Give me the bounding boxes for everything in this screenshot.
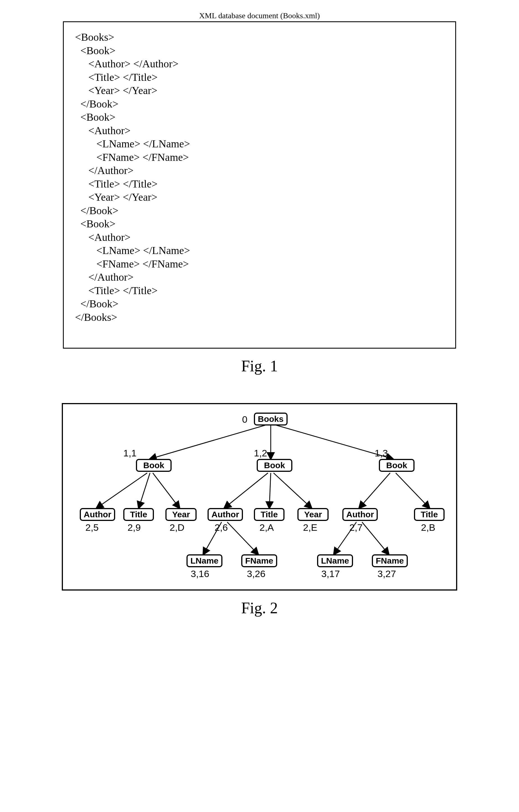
fig1-caption: Fig. 1 bbox=[63, 357, 456, 375]
node-id-2-7: 2,7 bbox=[349, 522, 362, 533]
node-id-3-26: 3,26 bbox=[247, 569, 265, 579]
node-id-2-6: 2,6 bbox=[215, 522, 228, 533]
svg-line-10 bbox=[396, 473, 430, 508]
node-id-1-2: 1,2 bbox=[254, 448, 267, 459]
node-id-2-5: 2,5 bbox=[85, 522, 99, 533]
node-id-2-b: 2,B bbox=[421, 522, 435, 533]
node-id-1-1: 1,1 bbox=[123, 448, 136, 459]
node-lname-2: LName bbox=[317, 554, 353, 567]
node-id-1-3: 1,3 bbox=[375, 448, 388, 459]
svg-line-14 bbox=[362, 522, 389, 554]
svg-line-4 bbox=[139, 473, 150, 508]
figure-2: 0 Books 1,1 Book 1,2 Book 1,3 Book Autho… bbox=[62, 403, 457, 590]
node-book-2: Book bbox=[257, 459, 292, 472]
svg-line-9 bbox=[359, 473, 390, 508]
node-year-2: Year bbox=[297, 508, 329, 521]
node-lname-1: LName bbox=[187, 554, 222, 567]
node-title-1: Title bbox=[123, 508, 154, 521]
fig2-caption: Fig. 2 bbox=[241, 599, 278, 617]
svg-line-8 bbox=[274, 473, 311, 508]
svg-line-12 bbox=[227, 522, 258, 554]
node-id-3-16: 3,16 bbox=[191, 569, 209, 579]
node-id-2-d: 2,D bbox=[170, 522, 185, 533]
node-fname-2: FName bbox=[372, 554, 408, 567]
node-author-3: Author bbox=[343, 508, 378, 521]
svg-line-3 bbox=[97, 473, 147, 508]
svg-line-7 bbox=[269, 473, 271, 508]
node-id-3-17: 3,17 bbox=[321, 569, 340, 579]
node-id-2-a: 2,A bbox=[260, 522, 274, 533]
node-book-3: Book bbox=[379, 459, 414, 472]
node-id-root: 0 bbox=[242, 414, 247, 425]
figure-1: XML database document (Books.xml) <Books… bbox=[63, 11, 456, 392]
fig1-title: XML database document (Books.xml) bbox=[63, 11, 456, 20]
node-title-2: Title bbox=[254, 508, 284, 521]
fig1-xml-box: <Books> <Book> <Author> </Author> <Title… bbox=[63, 21, 456, 349]
node-author-1: Author bbox=[80, 508, 115, 521]
svg-line-0 bbox=[150, 425, 265, 459]
node-id-2-e: 2,E bbox=[303, 522, 317, 533]
svg-line-6 bbox=[224, 473, 268, 508]
node-title-3: Title bbox=[414, 508, 444, 521]
node-id-2-9: 2,9 bbox=[128, 522, 141, 533]
node-id-3-27: 3,27 bbox=[378, 569, 396, 579]
node-books: Books bbox=[254, 413, 288, 426]
node-fname-1: FName bbox=[241, 554, 277, 567]
node-year-1: Year bbox=[165, 508, 197, 521]
node-author-2: Author bbox=[208, 508, 243, 521]
svg-line-5 bbox=[153, 473, 180, 508]
fig1-xml-content: <Books> <Book> <Author> </Author> <Title… bbox=[75, 31, 444, 324]
node-book-1: Book bbox=[136, 459, 172, 472]
